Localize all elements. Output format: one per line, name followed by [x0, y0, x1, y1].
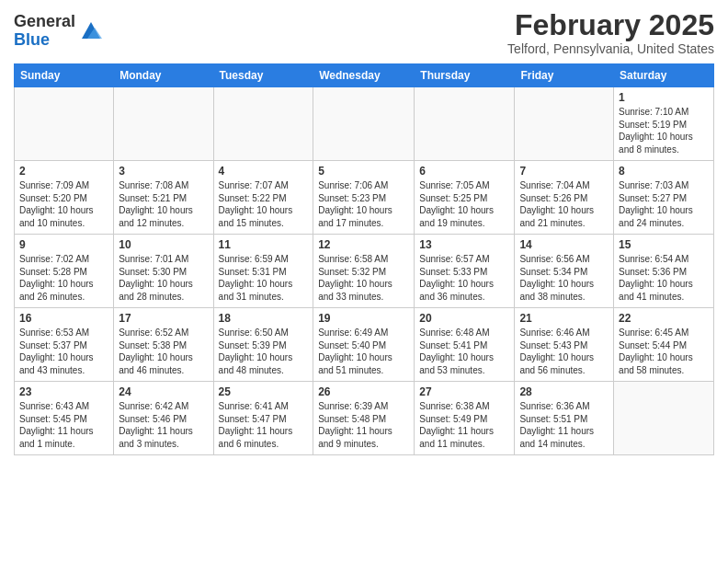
day-number: 24: [119, 385, 208, 398]
calendar-cell: 17Sunrise: 6:52 AM Sunset: 5:38 PM Dayli…: [114, 308, 213, 382]
day-number: 28: [519, 385, 609, 398]
header-thursday: Thursday: [415, 64, 515, 87]
day-number: 22: [619, 312, 709, 325]
day-number: 25: [219, 385, 309, 398]
day-info: Sunrise: 6:46 AM Sunset: 5:43 PM Dayligh…: [519, 327, 609, 376]
day-number: 9: [19, 238, 108, 251]
calendar-cell: 11Sunrise: 6:59 AM Sunset: 5:31 PM Dayli…: [213, 235, 313, 308]
day-info: Sunrise: 6:49 AM Sunset: 5:40 PM Dayligh…: [318, 327, 409, 376]
day-number: 2: [19, 165, 108, 178]
day-number: 23: [19, 385, 108, 398]
day-number: 1: [619, 91, 709, 104]
day-number: 10: [119, 238, 208, 251]
day-number: 11: [219, 238, 309, 251]
day-info: Sunrise: 6:41 AM Sunset: 5:47 PM Dayligh…: [219, 400, 309, 450]
calendar-cell: [114, 87, 213, 161]
calendar-cell: 13Sunrise: 6:57 AM Sunset: 5:33 PM Dayli…: [415, 235, 515, 308]
calendar-cell: 14Sunrise: 6:56 AM Sunset: 5:34 PM Dayli…: [515, 235, 614, 308]
day-number: 19: [318, 312, 409, 325]
logo-text: General Blue: [14, 13, 75, 50]
day-number: 12: [318, 238, 409, 251]
calendar-cell: 8Sunrise: 7:03 AM Sunset: 5:27 PM Daylig…: [614, 161, 714, 235]
day-info: Sunrise: 6:58 AM Sunset: 5:32 PM Dayligh…: [318, 253, 409, 303]
calendar-week-0: 1Sunrise: 7:10 AM Sunset: 5:19 PM Daylig…: [15, 87, 714, 161]
day-info: Sunrise: 6:38 AM Sunset: 5:49 PM Dayligh…: [419, 400, 509, 450]
calendar-cell: 23Sunrise: 6:43 AM Sunset: 5:45 PM Dayli…: [15, 382, 114, 455]
header-sunday: Sunday: [15, 64, 114, 87]
day-info: Sunrise: 6:56 AM Sunset: 5:34 PM Dayligh…: [519, 253, 609, 303]
calendar-week-3: 16Sunrise: 6:53 AM Sunset: 5:37 PM Dayli…: [15, 308, 714, 382]
calendar-cell: 25Sunrise: 6:41 AM Sunset: 5:47 PM Dayli…: [213, 382, 313, 455]
day-number: 17: [119, 312, 208, 325]
calendar-cell: 3Sunrise: 7:08 AM Sunset: 5:21 PM Daylig…: [114, 161, 213, 235]
day-number: 5: [318, 165, 409, 178]
calendar-cell: [213, 87, 313, 161]
day-info: Sunrise: 6:42 AM Sunset: 5:46 PM Dayligh…: [119, 400, 208, 450]
calendar-cell: [313, 87, 415, 161]
calendar-cell: 26Sunrise: 6:39 AM Sunset: 5:48 PM Dayli…: [313, 382, 415, 455]
header-wednesday: Wednesday: [313, 64, 415, 87]
day-info: Sunrise: 7:10 AM Sunset: 5:19 PM Dayligh…: [619, 106, 709, 155]
day-info: Sunrise: 6:36 AM Sunset: 5:51 PM Dayligh…: [519, 400, 609, 450]
day-number: 15: [619, 238, 709, 251]
calendar-cell: [415, 87, 515, 161]
day-number: 13: [419, 238, 509, 251]
day-number: 18: [219, 312, 309, 325]
day-info: Sunrise: 7:06 AM Sunset: 5:23 PM Dayligh…: [318, 179, 409, 229]
day-number: 20: [419, 312, 509, 325]
day-number: 21: [519, 312, 609, 325]
day-info: Sunrise: 7:08 AM Sunset: 5:21 PM Dayligh…: [119, 179, 208, 229]
calendar-cell: [614, 382, 714, 455]
calendar-cell: 19Sunrise: 6:49 AM Sunset: 5:40 PM Dayli…: [313, 308, 415, 382]
header-monday: Monday: [114, 64, 213, 87]
day-number: 6: [419, 165, 509, 178]
day-info: Sunrise: 6:39 AM Sunset: 5:48 PM Dayligh…: [318, 400, 409, 450]
calendar-cell: [15, 87, 114, 161]
day-info: Sunrise: 7:02 AM Sunset: 5:28 PM Dayligh…: [19, 253, 108, 303]
day-info: Sunrise: 6:43 AM Sunset: 5:45 PM Dayligh…: [19, 400, 108, 450]
calendar-cell: 5Sunrise: 7:06 AM Sunset: 5:23 PM Daylig…: [313, 161, 415, 235]
title-block: February 2025 Telford, Pennsylvania, Uni…: [507, 9, 714, 56]
header-friday: Friday: [515, 64, 614, 87]
day-info: Sunrise: 7:09 AM Sunset: 5:20 PM Dayligh…: [19, 179, 108, 229]
calendar-cell: [515, 87, 614, 161]
day-info: Sunrise: 6:52 AM Sunset: 5:38 PM Dayligh…: [119, 327, 208, 376]
calendar-cell: 21Sunrise: 6:46 AM Sunset: 5:43 PM Dayli…: [515, 308, 614, 382]
calendar-cell: 1Sunrise: 7:10 AM Sunset: 5:19 PM Daylig…: [614, 87, 714, 161]
calendar-body: 1Sunrise: 7:10 AM Sunset: 5:19 PM Daylig…: [15, 87, 714, 455]
day-info: Sunrise: 6:48 AM Sunset: 5:41 PM Dayligh…: [419, 327, 509, 376]
day-info: Sunrise: 6:54 AM Sunset: 5:36 PM Dayligh…: [619, 253, 709, 303]
day-number: 16: [19, 312, 108, 325]
calendar-cell: 9Sunrise: 7:02 AM Sunset: 5:28 PM Daylig…: [15, 235, 114, 308]
logo: General Blue: [14, 13, 104, 50]
day-number: 4: [219, 165, 309, 178]
calendar-cell: 28Sunrise: 6:36 AM Sunset: 5:51 PM Dayli…: [515, 382, 614, 455]
calendar-cell: 16Sunrise: 6:53 AM Sunset: 5:37 PM Dayli…: [15, 308, 114, 382]
day-info: Sunrise: 7:07 AM Sunset: 5:22 PM Dayligh…: [219, 179, 309, 229]
calendar-cell: 2Sunrise: 7:09 AM Sunset: 5:20 PM Daylig…: [15, 161, 114, 235]
day-info: Sunrise: 6:59 AM Sunset: 5:31 PM Dayligh…: [219, 253, 309, 303]
calendar-cell: 15Sunrise: 6:54 AM Sunset: 5:36 PM Dayli…: [614, 235, 714, 308]
main-title: February 2025: [507, 9, 714, 41]
page: General Blue February 2025 Telford, Penn…: [0, 0, 728, 465]
logo-icon: [78, 18, 104, 44]
day-info: Sunrise: 6:45 AM Sunset: 5:44 PM Dayligh…: [619, 327, 709, 376]
calendar-cell: 4Sunrise: 7:07 AM Sunset: 5:22 PM Daylig…: [213, 161, 313, 235]
day-number: 26: [318, 385, 409, 398]
day-info: Sunrise: 6:57 AM Sunset: 5:33 PM Dayligh…: [419, 253, 509, 303]
calendar-cell: 18Sunrise: 6:50 AM Sunset: 5:39 PM Dayli…: [213, 308, 313, 382]
calendar-cell: 22Sunrise: 6:45 AM Sunset: 5:44 PM Dayli…: [614, 308, 714, 382]
calendar-cell: 27Sunrise: 6:38 AM Sunset: 5:49 PM Dayli…: [415, 382, 515, 455]
day-number: 27: [419, 385, 509, 398]
header-tuesday: Tuesday: [213, 64, 313, 87]
calendar-cell: 24Sunrise: 6:42 AM Sunset: 5:46 PM Dayli…: [114, 382, 213, 455]
header: General Blue February 2025 Telford, Penn…: [14, 9, 714, 56]
calendar-cell: 12Sunrise: 6:58 AM Sunset: 5:32 PM Dayli…: [313, 235, 415, 308]
calendar-cell: 20Sunrise: 6:48 AM Sunset: 5:41 PM Dayli…: [415, 308, 515, 382]
day-info: Sunrise: 7:01 AM Sunset: 5:30 PM Dayligh…: [119, 253, 208, 303]
day-number: 7: [519, 165, 609, 178]
calendar-cell: 6Sunrise: 7:05 AM Sunset: 5:25 PM Daylig…: [415, 161, 515, 235]
day-info: Sunrise: 7:03 AM Sunset: 5:27 PM Dayligh…: [619, 179, 709, 229]
calendar-week-2: 9Sunrise: 7:02 AM Sunset: 5:28 PM Daylig…: [15, 235, 714, 308]
header-saturday: Saturday: [614, 64, 714, 87]
